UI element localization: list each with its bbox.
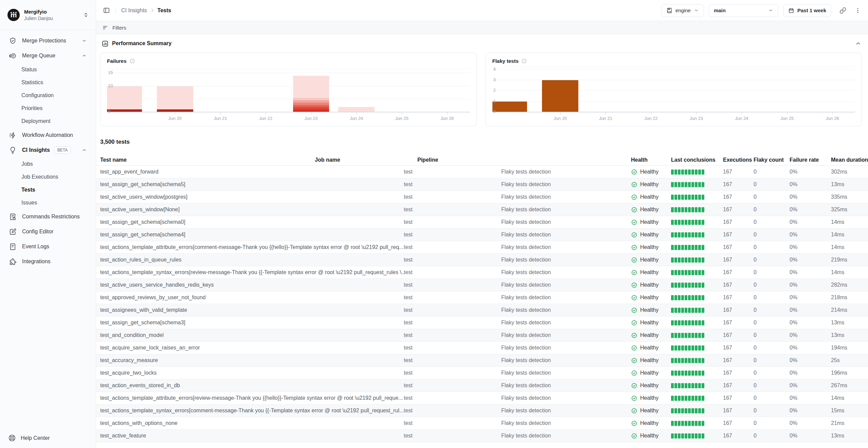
sidebar-item-deployment[interactable]: Deployment [0, 115, 96, 128]
flaky-tests-card: Flaky tests ? 01234Jun 20Jun 21Jun 22Jun… [486, 53, 862, 126]
table-row[interactable]: test_app_event_forward test Flaky tests … [96, 166, 868, 178]
sidebar-item-workflow-automation[interactable]: Workflow Automation [0, 128, 96, 143]
table-row[interactable]: test_and_condition_model test Flaky test… [96, 329, 868, 342]
sidebar-item-commands-restrictions[interactable]: Commands Restrictions [0, 209, 96, 224]
help-center-link[interactable]: Help Center [8, 434, 50, 442]
test-name-cell[interactable]: test_acquire_same_lock_raises_an_error [100, 345, 404, 351]
last-conclusions-cell [671, 245, 723, 250]
col-mean-duration[interactable]: Mean duration [831, 157, 868, 163]
share-link-icon[interactable] [839, 7, 846, 14]
failure-rate-cell: 0% [790, 282, 831, 288]
test-name-cell[interactable]: test_actions_template_syntax_errors[revi… [100, 269, 404, 275]
test-name-cell[interactable]: test_and_condition_model [100, 332, 404, 338]
table-row[interactable]: test_accuracy_measure test Flaky tests d… [96, 354, 868, 367]
col-failure-rate[interactable]: Failure rate [790, 157, 831, 163]
collapse-chevron-up-icon[interactable] [855, 40, 861, 47]
breadcrumb-parent[interactable]: CI Insights [121, 7, 147, 14]
test-name-cell[interactable]: test_assign_get_schema[schema5] [100, 181, 404, 187]
table-row[interactable]: test_active_users_service_handles_redis_… [96, 279, 868, 291]
repo-select[interactable]: engine [661, 4, 704, 17]
table-row[interactable]: test_actions_with_options_none test Flak… [96, 417, 868, 430]
sidebar-item-job-executions[interactable]: Job Executions [0, 171, 96, 183]
test-name-cell[interactable]: test_acquire_two_locks [100, 370, 404, 376]
table-row[interactable]: test_assign_get_schema[schema4] test Fla… [96, 229, 868, 241]
test-name-cell[interactable]: test_assignees_with_valid_template [100, 307, 404, 313]
job-name-cell: test [404, 219, 501, 225]
test-name-cell[interactable]: test_actions_template_syntax_errors[comm… [100, 408, 404, 414]
table-row[interactable]: test_action_events_stored_in_db test Fla… [96, 379, 868, 392]
check-circle-icon [631, 282, 637, 288]
test-name-cell[interactable]: test_actions_template_attribute_errors[c… [100, 244, 404, 250]
sidebar-item-config-editor[interactable]: Config Editor [0, 224, 96, 239]
col-last-conclusions[interactable]: Last conclusions [671, 157, 723, 163]
sidebar-item-merge-protections[interactable]: Merge Protections [0, 33, 96, 48]
sidebar-toggle-icon[interactable] [103, 7, 110, 14]
col-job-name[interactable]: Job name [315, 157, 417, 163]
sidebar-item-issues[interactable]: Issues [0, 196, 96, 209]
question-circle-icon[interactable]: ? [521, 58, 527, 64]
table-row[interactable]: test_actions_template_syntax_errors[comm… [96, 405, 868, 417]
table-row[interactable]: test_actions_template_attribute_errors[r… [96, 392, 868, 405]
last-conclusions-cell [671, 283, 723, 288]
job-name-cell: test [404, 244, 501, 250]
table-row[interactable]: test_active_users_window[None] test Flak… [96, 203, 868, 216]
conclusion-bar [671, 383, 723, 388]
test-name-cell[interactable]: test_assign_get_schema[schema4] [100, 232, 404, 238]
table-row[interactable]: test_assign_get_schema[schema3] test Fla… [96, 317, 868, 329]
sidebar-item-ci-insights[interactable]: CI Insights BETA [0, 143, 96, 158]
table-row[interactable]: test_acquire_two_locks test Flaky tests … [96, 367, 868, 379]
performance-summary-title: Performance Summary [112, 40, 171, 47]
sidebar-item-statistics[interactable]: Statistics [0, 76, 96, 89]
test-name-cell[interactable]: test_active_users_window[None] [100, 207, 404, 213]
sidebar-item-jobs[interactable]: Jobs [0, 158, 96, 171]
test-name-cell[interactable]: test_accuracy_measure [100, 357, 404, 363]
sidebar-item-priorities[interactable]: Priorities [0, 102, 96, 115]
test-name-cell[interactable]: test_action_events_stored_in_db [100, 382, 404, 389]
last-conclusions-cell [671, 396, 723, 401]
sidebar-item-event-logs[interactable]: Event Logs [0, 239, 96, 254]
table-row[interactable]: test_assignees_with_valid_template test … [96, 304, 868, 317]
table-row[interactable]: test_approved_reviews_by_user_not_found … [96, 291, 868, 304]
filters-button[interactable]: Filters [96, 21, 868, 34]
col-pipeline[interactable]: Pipeline [417, 157, 631, 163]
col-health[interactable]: Health [631, 157, 671, 163]
pipeline-cell: Flaky tests detection [501, 194, 631, 200]
table-row[interactable]: test_actions_template_attribute_errors[c… [96, 241, 868, 254]
org-switcher[interactable]: m Mergifyio Julien Danjou [0, 0, 96, 30]
table-row[interactable]: test_assign_get_schema[schema5] test Fla… [96, 178, 868, 191]
table-row[interactable]: test_assign_get_schema[schema0] test Fla… [96, 216, 868, 229]
table-row[interactable]: test_action_rules_in_queue_rules test Fl… [96, 254, 868, 266]
table-row[interactable]: test_active_users_window[postgres] test … [96, 191, 868, 203]
test-name-cell[interactable]: test_approved_reviews_by_user_not_found [100, 294, 404, 301]
sidebar-item-status[interactable]: Status [0, 63, 96, 76]
test-name-cell[interactable]: test_assign_get_schema[schema0] [100, 219, 404, 225]
test-name-cell[interactable]: test_app_event_forward [100, 169, 404, 175]
date-range-button[interactable]: Past 1 week [783, 4, 831, 17]
sidebar-item-configuration[interactable]: Configuration [0, 89, 96, 102]
question-circle-icon[interactable]: ? [129, 58, 135, 64]
test-name-cell[interactable]: test_action_rules_in_queue_rules [100, 257, 404, 263]
test-name-cell[interactable]: test_active_users_service_handles_redis_… [100, 282, 404, 288]
sidebar-item-merge-queue[interactable]: Merge Queue [0, 48, 96, 63]
table-row[interactable]: test_acquire_same_lock_raises_an_error t… [96, 342, 868, 354]
col-executions[interactable]: Executions [723, 157, 754, 163]
job-name-cell: test [404, 269, 501, 275]
test-name-cell[interactable]: test_actions_template_attribute_errors[r… [100, 395, 404, 401]
table-row[interactable]: test_active_feature test Flaky tests det… [96, 430, 868, 442]
sidebar-item-integrations[interactable]: Integrations [0, 254, 96, 269]
chevrons-up-down-icon[interactable] [83, 12, 89, 18]
pipeline-cell: Flaky tests detection [501, 219, 631, 225]
col-flaky-count[interactable]: Flaky count [754, 157, 790, 163]
pipeline-cell: Flaky tests detection [501, 269, 631, 275]
test-name-cell[interactable]: test_assign_get_schema[schema3] [100, 320, 404, 326]
branch-select[interactable]: main [709, 4, 778, 17]
sidebar-item-tests[interactable]: Tests [0, 183, 96, 196]
check-circle-icon [631, 219, 637, 226]
test-name-cell[interactable]: test_actions_with_options_none [100, 420, 404, 426]
kebab-menu-icon[interactable] [854, 7, 861, 14]
test-name-cell[interactable]: test_active_feature [100, 433, 404, 439]
conclusion-bar [671, 195, 723, 200]
col-test-name[interactable]: Test name [100, 157, 315, 163]
table-row[interactable]: test_actions_template_syntax_errors[revi… [96, 266, 868, 279]
test-name-cell[interactable]: test_active_users_window[postgres] [100, 194, 404, 200]
